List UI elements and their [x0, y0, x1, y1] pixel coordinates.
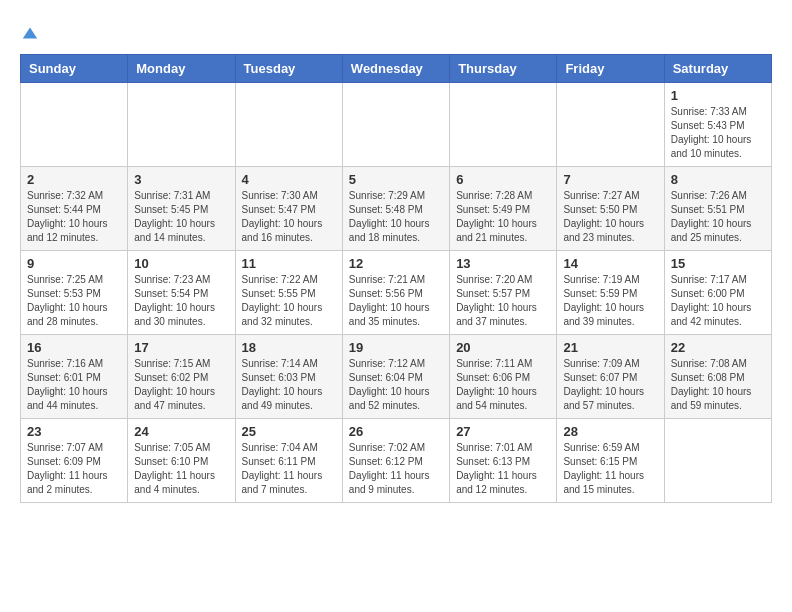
- day-number: 4: [242, 172, 336, 187]
- day-info: Sunrise: 7:04 AM Sunset: 6:11 PM Dayligh…: [242, 441, 336, 497]
- day-number: 2: [27, 172, 121, 187]
- calendar-cell: 22Sunrise: 7:08 AM Sunset: 6:08 PM Dayli…: [664, 335, 771, 419]
- day-number: 26: [349, 424, 443, 439]
- calendar-cell: [235, 83, 342, 167]
- day-number: 5: [349, 172, 443, 187]
- calendar-week-row: 9Sunrise: 7:25 AM Sunset: 5:53 PM Daylig…: [21, 251, 772, 335]
- calendar-cell: 3Sunrise: 7:31 AM Sunset: 5:45 PM Daylig…: [128, 167, 235, 251]
- day-info: Sunrise: 7:22 AM Sunset: 5:55 PM Dayligh…: [242, 273, 336, 329]
- calendar-cell: 25Sunrise: 7:04 AM Sunset: 6:11 PM Dayli…: [235, 419, 342, 503]
- day-number: 7: [563, 172, 657, 187]
- day-number: 14: [563, 256, 657, 271]
- calendar-week-row: 1Sunrise: 7:33 AM Sunset: 5:43 PM Daylig…: [21, 83, 772, 167]
- logo: [20, 20, 39, 44]
- calendar-cell: 7Sunrise: 7:27 AM Sunset: 5:50 PM Daylig…: [557, 167, 664, 251]
- day-number: 22: [671, 340, 765, 355]
- calendar-table: SundayMondayTuesdayWednesdayThursdayFrid…: [20, 54, 772, 503]
- calendar-cell: 15Sunrise: 7:17 AM Sunset: 6:00 PM Dayli…: [664, 251, 771, 335]
- day-number: 19: [349, 340, 443, 355]
- calendar-cell: 14Sunrise: 7:19 AM Sunset: 5:59 PM Dayli…: [557, 251, 664, 335]
- calendar-cell: [342, 83, 449, 167]
- calendar-cell: 20Sunrise: 7:11 AM Sunset: 6:06 PM Dayli…: [450, 335, 557, 419]
- calendar-week-row: 16Sunrise: 7:16 AM Sunset: 6:01 PM Dayli…: [21, 335, 772, 419]
- weekday-header-row: SundayMondayTuesdayWednesdayThursdayFrid…: [21, 55, 772, 83]
- calendar-cell: 23Sunrise: 7:07 AM Sunset: 6:09 PM Dayli…: [21, 419, 128, 503]
- calendar-cell: 1Sunrise: 7:33 AM Sunset: 5:43 PM Daylig…: [664, 83, 771, 167]
- day-info: Sunrise: 7:11 AM Sunset: 6:06 PM Dayligh…: [456, 357, 550, 413]
- day-info: Sunrise: 7:28 AM Sunset: 5:49 PM Dayligh…: [456, 189, 550, 245]
- calendar-cell: 5Sunrise: 7:29 AM Sunset: 5:48 PM Daylig…: [342, 167, 449, 251]
- day-number: 8: [671, 172, 765, 187]
- calendar-cell: 4Sunrise: 7:30 AM Sunset: 5:47 PM Daylig…: [235, 167, 342, 251]
- weekday-header-tuesday: Tuesday: [235, 55, 342, 83]
- day-info: Sunrise: 7:16 AM Sunset: 6:01 PM Dayligh…: [27, 357, 121, 413]
- day-number: 9: [27, 256, 121, 271]
- day-info: Sunrise: 7:29 AM Sunset: 5:48 PM Dayligh…: [349, 189, 443, 245]
- day-number: 13: [456, 256, 550, 271]
- day-info: Sunrise: 7:31 AM Sunset: 5:45 PM Dayligh…: [134, 189, 228, 245]
- calendar-cell: 17Sunrise: 7:15 AM Sunset: 6:02 PM Dayli…: [128, 335, 235, 419]
- day-number: 12: [349, 256, 443, 271]
- day-number: 17: [134, 340, 228, 355]
- logo-arrow-icon: [21, 24, 39, 42]
- calendar-cell: 9Sunrise: 7:25 AM Sunset: 5:53 PM Daylig…: [21, 251, 128, 335]
- day-number: 6: [456, 172, 550, 187]
- day-info: Sunrise: 7:08 AM Sunset: 6:08 PM Dayligh…: [671, 357, 765, 413]
- day-info: Sunrise: 7:33 AM Sunset: 5:43 PM Dayligh…: [671, 105, 765, 161]
- day-number: 23: [27, 424, 121, 439]
- weekday-header-saturday: Saturday: [664, 55, 771, 83]
- calendar-week-row: 2Sunrise: 7:32 AM Sunset: 5:44 PM Daylig…: [21, 167, 772, 251]
- day-number: 1: [671, 88, 765, 103]
- calendar-cell: [664, 419, 771, 503]
- calendar-week-row: 23Sunrise: 7:07 AM Sunset: 6:09 PM Dayli…: [21, 419, 772, 503]
- header: [20, 20, 772, 44]
- day-info: Sunrise: 7:17 AM Sunset: 6:00 PM Dayligh…: [671, 273, 765, 329]
- calendar-cell: 6Sunrise: 7:28 AM Sunset: 5:49 PM Daylig…: [450, 167, 557, 251]
- day-number: 27: [456, 424, 550, 439]
- calendar-cell: [450, 83, 557, 167]
- calendar-cell: 8Sunrise: 7:26 AM Sunset: 5:51 PM Daylig…: [664, 167, 771, 251]
- day-number: 11: [242, 256, 336, 271]
- day-number: 20: [456, 340, 550, 355]
- weekday-header-wednesday: Wednesday: [342, 55, 449, 83]
- day-info: Sunrise: 7:23 AM Sunset: 5:54 PM Dayligh…: [134, 273, 228, 329]
- calendar-cell: [557, 83, 664, 167]
- day-info: Sunrise: 7:26 AM Sunset: 5:51 PM Dayligh…: [671, 189, 765, 245]
- day-info: Sunrise: 7:09 AM Sunset: 6:07 PM Dayligh…: [563, 357, 657, 413]
- day-number: 24: [134, 424, 228, 439]
- day-info: Sunrise: 7:27 AM Sunset: 5:50 PM Dayligh…: [563, 189, 657, 245]
- day-number: 21: [563, 340, 657, 355]
- day-info: Sunrise: 6:59 AM Sunset: 6:15 PM Dayligh…: [563, 441, 657, 497]
- calendar-cell: 19Sunrise: 7:12 AM Sunset: 6:04 PM Dayli…: [342, 335, 449, 419]
- day-info: Sunrise: 7:07 AM Sunset: 6:09 PM Dayligh…: [27, 441, 121, 497]
- day-info: Sunrise: 7:21 AM Sunset: 5:56 PM Dayligh…: [349, 273, 443, 329]
- svg-marker-0: [23, 28, 37, 39]
- calendar-cell: 18Sunrise: 7:14 AM Sunset: 6:03 PM Dayli…: [235, 335, 342, 419]
- calendar-cell: 10Sunrise: 7:23 AM Sunset: 5:54 PM Dayli…: [128, 251, 235, 335]
- day-number: 15: [671, 256, 765, 271]
- calendar-cell: 2Sunrise: 7:32 AM Sunset: 5:44 PM Daylig…: [21, 167, 128, 251]
- logo-text: [20, 20, 39, 44]
- day-info: Sunrise: 7:14 AM Sunset: 6:03 PM Dayligh…: [242, 357, 336, 413]
- weekday-header-thursday: Thursday: [450, 55, 557, 83]
- day-info: Sunrise: 7:15 AM Sunset: 6:02 PM Dayligh…: [134, 357, 228, 413]
- calendar-cell: 24Sunrise: 7:05 AM Sunset: 6:10 PM Dayli…: [128, 419, 235, 503]
- day-number: 28: [563, 424, 657, 439]
- day-info: Sunrise: 7:05 AM Sunset: 6:10 PM Dayligh…: [134, 441, 228, 497]
- day-info: Sunrise: 7:19 AM Sunset: 5:59 PM Dayligh…: [563, 273, 657, 329]
- calendar-cell: [128, 83, 235, 167]
- weekday-header-friday: Friday: [557, 55, 664, 83]
- day-number: 16: [27, 340, 121, 355]
- weekday-header-sunday: Sunday: [21, 55, 128, 83]
- calendar-cell: [21, 83, 128, 167]
- calendar-cell: 26Sunrise: 7:02 AM Sunset: 6:12 PM Dayli…: [342, 419, 449, 503]
- day-info: Sunrise: 7:20 AM Sunset: 5:57 PM Dayligh…: [456, 273, 550, 329]
- day-info: Sunrise: 7:30 AM Sunset: 5:47 PM Dayligh…: [242, 189, 336, 245]
- day-info: Sunrise: 7:25 AM Sunset: 5:53 PM Dayligh…: [27, 273, 121, 329]
- day-number: 3: [134, 172, 228, 187]
- calendar-cell: 21Sunrise: 7:09 AM Sunset: 6:07 PM Dayli…: [557, 335, 664, 419]
- day-info: Sunrise: 7:32 AM Sunset: 5:44 PM Dayligh…: [27, 189, 121, 245]
- calendar-cell: 28Sunrise: 6:59 AM Sunset: 6:15 PM Dayli…: [557, 419, 664, 503]
- day-number: 25: [242, 424, 336, 439]
- day-number: 10: [134, 256, 228, 271]
